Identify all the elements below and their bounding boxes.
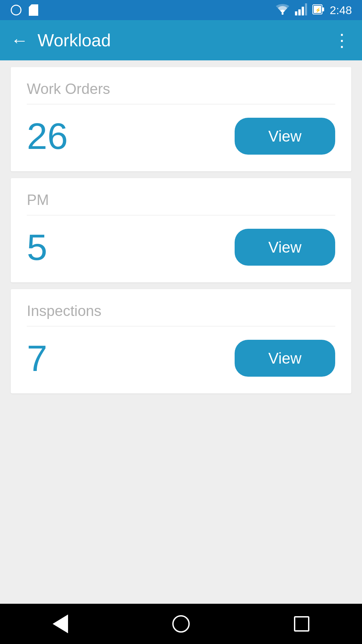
work-orders-count: 26 xyxy=(27,118,68,155)
content-area: Work Orders 26 View PM 5 View Inspection… xyxy=(0,60,362,604)
svg-point-0 xyxy=(282,13,284,15)
page-title: Workload xyxy=(38,30,111,50)
battery-icon: ⚡ xyxy=(312,3,324,17)
work-orders-divider xyxy=(27,104,335,104)
nav-recent-button[interactable] xyxy=(292,614,312,634)
sd-card-icon xyxy=(27,4,40,16)
svg-rect-2 xyxy=(298,9,301,15)
home-nav-icon xyxy=(172,615,190,633)
svg-rect-6 xyxy=(322,7,324,11)
navigation-bar xyxy=(0,604,362,644)
more-options-button[interactable]: ⋮ xyxy=(333,30,351,50)
back-nav-icon xyxy=(53,614,68,633)
circle-icon xyxy=(10,4,22,16)
pm-divider xyxy=(27,215,335,215)
inspections-body: 7 View xyxy=(27,340,335,377)
inspections-view-button[interactable]: View xyxy=(235,340,335,377)
work-orders-view-button[interactable]: View xyxy=(235,118,335,155)
svg-rect-3 xyxy=(302,7,304,15)
back-button[interactable]: ← xyxy=(11,32,28,49)
status-time: 2:48 xyxy=(330,4,352,17)
signal-icon xyxy=(295,3,307,17)
inspections-card: Inspections 7 View xyxy=(11,289,351,393)
app-bar: ← Workload ⋮ xyxy=(0,20,362,60)
pm-body: 5 View xyxy=(27,229,335,266)
work-orders-body: 26 View xyxy=(27,118,335,155)
svg-rect-4 xyxy=(305,3,307,15)
pm-title: PM xyxy=(27,192,335,208)
inspections-divider xyxy=(27,326,335,326)
nav-back-button[interactable] xyxy=(50,614,70,634)
recent-nav-icon xyxy=(294,616,309,632)
status-bar-right: ⚡ 2:48 xyxy=(276,3,352,17)
inspections-title: Inspections xyxy=(27,303,335,319)
nav-home-button[interactable] xyxy=(171,614,191,634)
svg-rect-1 xyxy=(295,11,297,15)
pm-view-button[interactable]: View xyxy=(235,229,335,266)
app-bar-left: ← Workload xyxy=(11,30,111,50)
wifi-icon xyxy=(276,4,290,16)
status-bar: ⚡ 2:48 xyxy=(0,0,362,20)
inspections-count: 7 xyxy=(27,340,47,377)
status-bar-left xyxy=(10,4,40,16)
svg-text:⚡: ⚡ xyxy=(315,7,321,13)
pm-count: 5 xyxy=(27,229,47,266)
work-orders-title: Work Orders xyxy=(27,80,335,97)
pm-card: PM 5 View xyxy=(11,178,351,282)
work-orders-card: Work Orders 26 View xyxy=(11,67,351,171)
